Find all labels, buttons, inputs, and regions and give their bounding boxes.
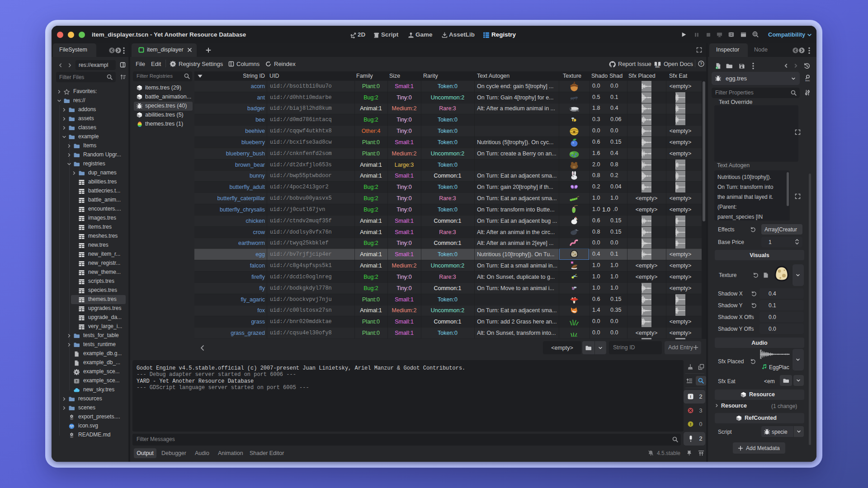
svg-text:TXT: TXT [70, 418, 74, 420]
svg-text:TXT: TXT [70, 436, 74, 438]
svg-text:DOC: DOC [806, 80, 811, 82]
svg-text:!: ! [690, 422, 691, 427]
svg-text:DOC: DOC [655, 66, 660, 68]
svg-text:!: ! [690, 394, 691, 399]
svg-text:?: ? [700, 61, 702, 66]
